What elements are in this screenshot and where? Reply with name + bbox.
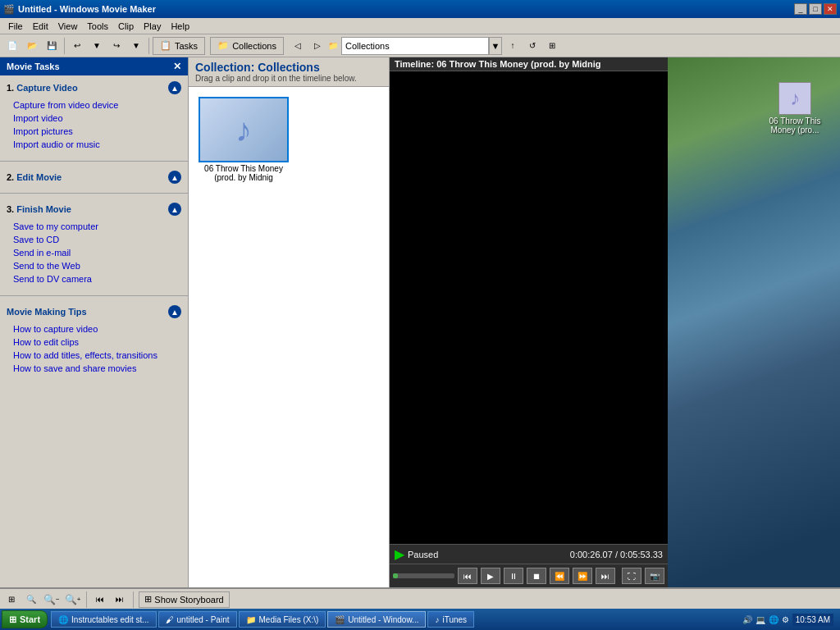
collections-icon: 📁 [217, 40, 229, 51]
toolbar-new[interactable]: 📄 [3, 37, 21, 55]
instructables-label: Instructables edit st... [71, 615, 149, 624]
start-button[interactable]: ⊞ Start [2, 610, 48, 628]
collections-dropdown[interactable]: Collections [341, 37, 489, 55]
start-icon: ⊞ [9, 614, 16, 625]
tl-fit-btn[interactable]: ⊞ [3, 591, 20, 608]
ctrl-play[interactable]: ▶ [481, 568, 500, 584]
ctrl-step-back[interactable]: ⏪ [550, 568, 569, 584]
media-label-audio: 06 Throw This Money (prod. by Midnig [199, 164, 289, 182]
close-button[interactable]: ✕ [824, 3, 837, 15]
tray-icon-2: 💻 [756, 615, 765, 624]
taskbar-item-media[interactable]: 📁 Media Files (X:\) [239, 611, 326, 628]
menu-help[interactable]: Help [166, 20, 194, 33]
nav-forward[interactable]: ▷ [308, 37, 326, 55]
link-send-email[interactable]: Send in e-mail [13, 246, 175, 259]
ctrl-stop[interactable]: ⏹ [527, 568, 546, 584]
preview-time-total: 0:05:53.33 [620, 550, 663, 559]
toolbar-undo[interactable]: ↩ [68, 37, 86, 55]
menu-view[interactable]: View [53, 20, 83, 33]
link-capture-how[interactable]: How to capture video [13, 322, 175, 336]
menu-play[interactable]: Play [139, 20, 166, 33]
minimize-button[interactable]: _ [794, 3, 807, 15]
desktop-icon-mp3[interactable]: ♪ 06 Throw This Money (pro... [766, 82, 824, 135]
menu-tools[interactable]: Tools [82, 20, 113, 33]
ctrl-rewind[interactable]: ⏮ [458, 568, 477, 584]
progress-fill [393, 573, 398, 578]
tray-icons-more: ⚙ [782, 615, 789, 624]
collections-folder-icon: 📁 [328, 41, 338, 50]
edit-section: 2. Edit Movie ▲ [0, 165, 188, 189]
toolbar-open[interactable]: 📂 [23, 37, 41, 55]
toolbar-redo[interactable]: ↪ [107, 37, 126, 55]
taskbar-item-instructables[interactable]: 🌐 Instructables edit st... [51, 611, 157, 628]
link-add-titles[interactable]: How to add titles, effects, transitions [13, 349, 175, 362]
collections-title-text: Collection: Collections [195, 61, 382, 74]
tasks-button[interactable]: 📋 Tasks [153, 37, 205, 55]
capture-title: 1. Capture Video [7, 83, 78, 93]
toolbar-sep2 [148, 38, 149, 54]
movie-tasks-close[interactable]: ✕ [173, 61, 181, 72]
taskbar-item-paint[interactable]: 🖌 untitled - Paint [158, 611, 237, 628]
movie-tasks-title: Movie Tasks [7, 62, 60, 71]
taskbar-items: 🌐 Instructables edit st... 🖌 untitled - … [48, 611, 736, 628]
tasks-icon: 📋 [160, 40, 171, 51]
tl-prev[interactable]: ⏮ [92, 591, 108, 608]
wmm-icon: 🎬 [335, 615, 345, 624]
media-thumb-audio: ♪ [199, 97, 289, 162]
link-save-computer[interactable]: Save to my computer [13, 220, 175, 233]
maximize-button[interactable]: □ [809, 3, 822, 15]
tips-header[interactable]: Movie Making Tips ▲ [7, 303, 181, 321]
collections-path-text: Collections [345, 41, 390, 51]
tl-sep2 [133, 591, 134, 608]
tl-zoom-in[interactable]: 🔍+ [64, 591, 82, 608]
window-title: Untitled - Windows Movie Maker [18, 4, 156, 14]
link-capture-video[interactable]: Capture from video device [13, 98, 175, 112]
menu-file[interactable]: File [3, 20, 28, 33]
tl-zoom-out[interactable]: 🔍− [43, 591, 61, 608]
toolbar-redo-arrow[interactable]: ▼ [127, 37, 145, 55]
divider1 [0, 161, 188, 162]
collections-nav: ◁ ▷ 📁 Collections ▼ ↑ ↺ ⊞ [289, 37, 561, 55]
media-icon: 📁 [246, 615, 256, 624]
ctrl-step-forward[interactable]: ⏩ [573, 568, 592, 584]
collections-dropdown-arrow[interactable]: ▼ [489, 37, 502, 55]
ctrl-snapshot[interactable]: 📷 [645, 568, 664, 584]
view-toggle[interactable]: ⊞ [543, 37, 561, 55]
ctrl-fullscreen[interactable]: ⛶ [622, 568, 641, 584]
desktop-icon-image: ♪ [778, 82, 811, 115]
link-import-pictures[interactable]: Import pictures [13, 125, 175, 138]
link-save-share[interactable]: How to save and share movies [13, 362, 175, 375]
link-import-video[interactable]: Import video [13, 112, 175, 125]
taskbar-item-wmm[interactable]: 🎬 Untitled - Window... [327, 611, 426, 628]
nav-refresh[interactable]: ↺ [523, 37, 541, 55]
toolbar-undo-arrow[interactable]: ▼ [88, 37, 106, 55]
finish-header[interactable]: 3. Finish Movie ▲ [7, 200, 181, 218]
ctrl-next[interactable]: ⏭ [596, 568, 615, 584]
edit-collapse-icon[interactable]: ▲ [168, 171, 181, 184]
nav-back[interactable]: ◁ [289, 37, 307, 55]
preview-progress-bar[interactable] [393, 573, 454, 578]
storyboard-label: Show Storyboard [154, 595, 223, 605]
menu-edit[interactable]: Edit [28, 20, 53, 33]
paint-label: untitled - Paint [177, 615, 230, 624]
toolbar-save[interactable]: 💾 [43, 37, 61, 55]
link-send-dv[interactable]: Send to DV camera [13, 272, 175, 285]
link-send-web[interactable]: Send to the Web [13, 259, 175, 272]
capture-collapse-icon[interactable]: ▲ [168, 81, 181, 94]
link-save-cd[interactable]: Save to CD [13, 233, 175, 246]
media-item-audio[interactable]: ♪ 06 Throw This Money (prod. by Midnig [199, 97, 289, 182]
menu-clip[interactable]: Clip [113, 20, 139, 33]
tl-next[interactable]: ⏭ [112, 591, 128, 608]
link-import-audio[interactable]: Import audio or music [13, 138, 175, 151]
storyboard-btn[interactable]: ⊞ Show Storyboard [139, 591, 229, 608]
edit-header[interactable]: 2. Edit Movie ▲ [7, 168, 181, 186]
tl-magnify-btn[interactable]: 🔍 [23, 591, 39, 608]
ctrl-pause[interactable]: ⏸ [504, 568, 523, 584]
capture-header[interactable]: 1. Capture Video ▲ [7, 79, 181, 97]
link-edit-clips[interactable]: How to edit clips [13, 336, 175, 349]
tips-collapse-icon[interactable]: ▲ [168, 305, 181, 318]
finish-collapse-icon[interactable]: ▲ [168, 203, 181, 216]
taskbar-item-itunes[interactable]: ♪ iTunes [427, 611, 474, 628]
nav-up[interactable]: ↑ [504, 37, 522, 55]
collections-button[interactable]: 📁 Collections [210, 37, 284, 55]
